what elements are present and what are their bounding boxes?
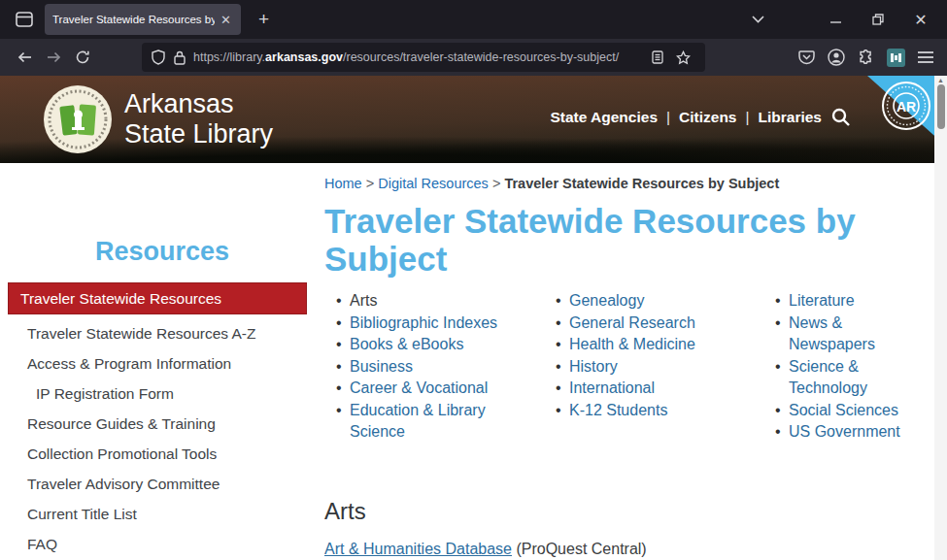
database-entry-link[interactable]: Art & Humanities Database [324,541,512,557]
subject-link[interactable]: K-12 Students [569,400,763,422]
sidebar-item[interactable]: Current Title List [8,499,307,529]
forward-icon[interactable] [39,44,68,71]
subject-link[interactable]: Career & Vocational [350,378,544,400]
header-nav-separator: | [745,109,749,126]
browser-tab[interactable]: Traveler Statewide Resources by Subj ✕ [45,4,241,35]
url-text: https://library.arkansas.gov/resources/t… [193,50,645,64]
tab-close-icon[interactable]: ✕ [219,12,233,28]
svg-text:AR: AR [896,99,916,115]
subject-link[interactable]: Genealogy [569,290,763,313]
breadcrumb-link[interactable]: Digital Resources [378,176,489,191]
subject-link[interactable]: News & Newspapers [789,313,933,356]
section-heading: Arts [324,498,933,525]
sidebar-item[interactable]: Collection Promotional Tools [8,439,307,469]
reload-icon[interactable] [68,44,97,71]
sidebar-item[interactable]: Traveler Statewide Resources A-Z [8,318,307,348]
database-entry-provider: (ProQuest Central) [512,541,647,557]
restore-window-button[interactable] [863,14,893,25]
sidebar-item[interactable]: Traveler Advisory Committee [8,469,307,499]
subject-link[interactable]: History [569,356,763,379]
subject-link[interactable]: Bibliographic Indexes [350,313,544,335]
subject-text: Arts [350,290,544,313]
tracking-protection-shield-icon[interactable] [152,49,165,65]
main-content: Home > Digital Resources > Traveler Stat… [324,163,933,558]
breadcrumb-separator: > [362,176,379,191]
subject-link[interactable]: Business [350,356,544,379]
sidebar-heading: Resources [0,237,324,267]
bookmark-star-icon[interactable] [670,44,695,71]
close-window-button[interactable]: ✕ [906,11,935,29]
lock-icon[interactable] [174,50,186,65]
extension-toolbar-icon[interactable] [887,49,905,67]
breadcrumb-separator: > [489,176,505,191]
subject-link[interactable]: International [569,378,763,400]
extensions-puzzle-icon[interactable] [858,49,874,66]
subject-link[interactable]: Literature [789,290,933,313]
subject-column-2: GenealogyGeneral ResearchHealth & Medici… [544,290,763,444]
breadcrumb-current: Traveler Statewide Resources by Subject [504,176,779,191]
url-bar[interactable]: https://library.arkansas.gov/resources/t… [142,43,705,72]
subject-link[interactable]: Science & Technology [789,356,933,400]
sidebar-item[interactable]: FAQ [8,529,307,559]
reader-view-icon[interactable] [645,44,670,71]
tab-title: Traveler Statewide Resources by Subj [52,14,215,25]
list-all-tabs-icon[interactable] [743,16,772,23]
minimize-button[interactable] [821,15,850,25]
breadcrumb-link[interactable]: Home [324,176,362,191]
pocket-icon[interactable] [798,49,815,65]
header-nav: State Agencies|Citizens|Libraries [550,108,850,126]
page-scrollbar[interactable]: ▲ [934,76,947,560]
back-icon[interactable] [10,44,39,71]
subject-link[interactable]: Health & Medicine [569,334,763,356]
header-search-icon[interactable] [831,108,850,126]
header-nav-item[interactable]: State Agencies [550,109,658,126]
subject-link[interactable]: Social Sciences [789,400,933,422]
ar-department-badge-icon[interactable]: AR [881,81,931,131]
subject-link[interactable]: General Research [569,313,763,335]
site-header: Arkansas State Library State Agencies|Ci… [0,76,947,163]
subject-column-3: LiteratureNews & NewspapersScience & Tec… [763,290,933,444]
firefox-view-icon[interactable] [10,7,39,32]
arkansas-state-library-seal-logo[interactable] [43,84,113,154]
header-nav-item[interactable]: Libraries [759,109,822,126]
sidebar-item[interactable]: Access & Program Information [8,348,307,379]
page-content: Resources Traveler Statewide ResourcesTr… [0,163,947,560]
account-icon[interactable] [828,49,845,66]
subject-link-columns: ArtsBibliographic IndexesBooks & eBooksB… [324,290,933,444]
sidebar-item[interactable]: Resource Guides & Training [8,409,307,439]
database-entry: Art & Humanities Database (ProQuest Cent… [324,541,933,558]
resources-sidebar: Resources Traveler Statewide ResourcesTr… [0,163,324,559]
browser-tab-bar: Traveler Statewide Resources by Subj ✕ +… [0,0,947,39]
sidebar-item-active[interactable]: Traveler Statewide Resources [8,282,307,314]
site-brand-text[interactable]: Arkansas State Library [124,89,273,149]
subject-link[interactable]: Education & Library Science [350,400,544,444]
header-nav-item[interactable]: Citizens [679,109,736,126]
subject-link[interactable]: US Government [789,421,933,444]
header-nav-separator: | [666,109,670,126]
breadcrumb: Home > Digital Resources > Traveler Stat… [324,176,933,191]
menu-hamburger-icon[interactable] [918,51,933,63]
new-tab-button[interactable]: + [253,9,275,30]
sidebar-menu: Traveler Statewide ResourcesTraveler Sta… [0,282,324,559]
page-title: Traveler Statewide Resources by Subject [324,202,868,278]
subject-link[interactable]: Books & eBooks [350,334,544,356]
subject-column-1: ArtsBibliographic IndexesBooks & eBooksB… [324,290,544,444]
sidebar-item[interactable]: IP Registration Form [8,379,307,409]
scrollbar-up-arrow[interactable]: ▲ [934,77,947,83]
browser-toolbar: https://library.arkansas.gov/resources/t… [0,39,947,76]
scrollbar-thumb[interactable] [937,84,945,129]
